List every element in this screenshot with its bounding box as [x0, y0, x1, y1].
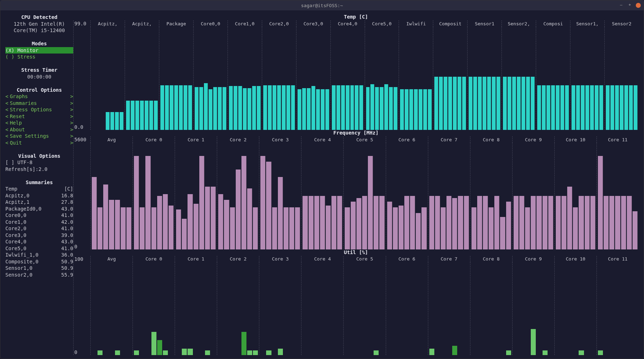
control-option-quit[interactable]: <Quit> [5, 140, 73, 146]
y-axis-max: 99.0 [73, 20, 90, 27]
bar [286, 85, 290, 130]
mode-monitor[interactable]: (X) Monitor [5, 47, 73, 54]
bar [302, 88, 306, 130]
bar-group [536, 27, 570, 130]
bar [508, 77, 511, 130]
cpu-name-2: Core(TM) i5-12400 [5, 27, 73, 34]
column-header: Core 5 [343, 136, 385, 143]
column-header: Core2,0 [262, 20, 296, 27]
bar [393, 207, 398, 249]
control-option-graphs[interactable]: <Graphs> [5, 93, 73, 100]
stress-timer-header: Stress Timer [5, 67, 73, 74]
bar [243, 88, 247, 130]
column-header: Sensor2 [604, 20, 639, 27]
control-option-summaries[interactable]: <Summaries> [5, 100, 73, 107]
bar [624, 85, 628, 130]
bar [585, 85, 589, 130]
bar [356, 198, 361, 249]
bar [629, 85, 633, 130]
close-icon[interactable] [636, 3, 641, 8]
bar [556, 196, 561, 249]
bar [115, 200, 120, 249]
bar-group [596, 143, 639, 249]
bar [514, 196, 519, 249]
bar [204, 83, 208, 130]
control-option-about[interactable]: <About> [5, 126, 73, 133]
bar [517, 77, 521, 130]
bar [266, 162, 271, 249]
bar [489, 207, 494, 249]
control-option-reset[interactable]: <Reset> [5, 113, 73, 120]
minimize-icon[interactable]: — [619, 3, 624, 8]
bar [579, 350, 584, 355]
bar [218, 194, 223, 249]
bar [263, 85, 267, 130]
bar [145, 156, 150, 249]
bar [157, 196, 162, 249]
bar [247, 350, 252, 355]
refresh-value[interactable]: Refresh[s]:2.0 [5, 166, 73, 173]
control-option-stress-options[interactable]: <Stress Options> [5, 106, 73, 113]
bar [560, 85, 564, 130]
bar [241, 332, 246, 355]
bar [126, 101, 130, 130]
bar [359, 85, 363, 130]
bar [512, 77, 516, 130]
bar-group [554, 143, 596, 249]
bar [621, 196, 626, 249]
bar [126, 207, 131, 249]
bar [473, 77, 477, 130]
column-header: Avg [90, 256, 133, 262]
control-option-save-settings[interactable]: <Save Settings> [5, 133, 73, 140]
utf8-checkbox[interactable]: [ ] UTF-8 [5, 159, 73, 166]
summary-row: Core1,042.0 [5, 219, 73, 226]
bar [268, 85, 272, 130]
bar-group [217, 262, 259, 355]
bar [314, 196, 319, 249]
content-area: CPU Detected 12th Gen Intel(R) Core(TM) … [0, 10, 644, 359]
summary-row: Core5,041.0 [5, 245, 73, 252]
bar-group [365, 27, 399, 130]
bar [362, 196, 367, 249]
bar-group [90, 262, 133, 355]
bar [336, 85, 340, 130]
bar [537, 85, 541, 130]
bar [478, 77, 482, 130]
bar [211, 187, 216, 249]
bar [248, 88, 251, 130]
bar [409, 89, 413, 130]
column-header: Core 11 [596, 136, 639, 143]
bar [115, 112, 119, 130]
summary-temp-header: Temp [C] [5, 186, 73, 192]
chart-body: 0 [73, 262, 639, 355]
bar [483, 196, 488, 249]
chart-title: Util [%] [73, 249, 639, 256]
bar [525, 207, 530, 249]
bar [278, 349, 283, 355]
bar [131, 101, 135, 130]
bar [531, 329, 536, 355]
chart-title: Temp [C] [73, 14, 639, 20]
column-header: Core0,0 [193, 20, 228, 27]
column-header: Core1,0 [228, 20, 262, 27]
terminal-window: sagar@itsFOSS:~ — + CPU Detected 12th Ge… [0, 0, 644, 359]
titlebar[interactable]: sagar@itsFOSS:~ — + [0, 0, 644, 10]
bar [298, 89, 301, 130]
bar [350, 85, 354, 130]
column-header: Core 7 [428, 136, 470, 143]
bar [257, 86, 261, 130]
maximize-icon[interactable]: + [627, 3, 632, 8]
visual-options-header: Visual Options [5, 153, 73, 160]
control-option-help[interactable]: <Help> [5, 120, 73, 126]
bar [581, 85, 585, 130]
bar [506, 202, 511, 249]
bar [439, 77, 443, 130]
cpu-name-1: 12th Gen Intel(R) [5, 21, 73, 27]
bar-group [399, 27, 433, 130]
column-header: Core 9 [512, 256, 554, 262]
bar [170, 85, 174, 130]
column-header: Core3,0 [296, 20, 330, 27]
column-header: Core 6 [386, 136, 428, 143]
mode-stress[interactable]: ( ) Stress [5, 54, 73, 60]
bar-group [554, 262, 596, 355]
